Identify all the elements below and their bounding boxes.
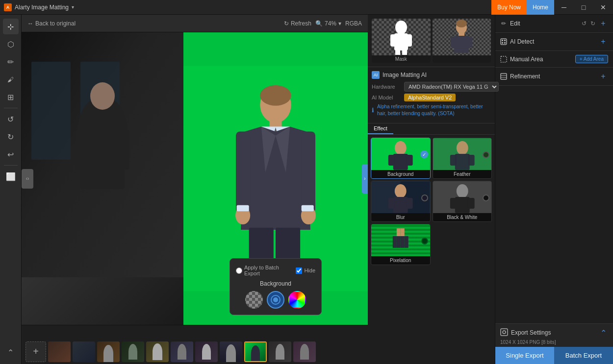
svg-rect-87 bbox=[501, 329, 508, 336]
frame-tool-button[interactable]: ⬜ bbox=[3, 169, 19, 184]
panel-scroll-indicator[interactable]: › bbox=[362, 164, 368, 194]
apply-batch-label: Apply to Batch Export bbox=[244, 265, 288, 276]
add-area-button[interactable]: + Add Area bbox=[575, 55, 608, 63]
close-button[interactable]: ✕ bbox=[593, 0, 613, 15]
minimize-button[interactable]: ─ bbox=[554, 0, 574, 15]
edit-section-header[interactable]: ✏ Edit ↺ ↻ + bbox=[495, 15, 613, 33]
filmstrip-thumb-4[interactable] bbox=[122, 341, 144, 362]
export-title: Export Settings bbox=[500, 328, 551, 338]
eraser-tool-button[interactable]: ⬡ bbox=[3, 36, 19, 52]
export-settings-icon bbox=[500, 328, 508, 338]
filmstrip-thumb-selected[interactable] bbox=[244, 341, 267, 362]
svg-point-57 bbox=[456, 184, 468, 198]
titlebar-right: Buy Now Home ─ □ ✕ bbox=[491, 0, 613, 15]
creative-bg-button[interactable] bbox=[288, 291, 306, 309]
svg-point-40 bbox=[395, 141, 407, 155]
svg-rect-76 bbox=[401, 244, 405, 248]
brush-tool-button[interactable]: 🖌 bbox=[3, 72, 19, 87]
redo-edit-button[interactable]: ↻ bbox=[589, 19, 596, 28]
collapse-export-button[interactable]: ⌃ bbox=[598, 328, 608, 338]
info-icon: ℹ bbox=[372, 107, 374, 114]
titlebar-left: A Alarty Image Matting ▾ bbox=[0, 3, 74, 11]
blur-effect-card[interactable]: Blur bbox=[371, 181, 431, 222]
bw-effect-preview bbox=[433, 181, 492, 213]
manual-area-icon bbox=[500, 56, 507, 63]
refresh-icon: ↻ bbox=[284, 20, 289, 27]
feather-effect-card[interactable]: Feather bbox=[433, 138, 492, 179]
canvas-split-slider[interactable]: ‹› bbox=[22, 169, 33, 189]
popup-icon-options bbox=[245, 291, 306, 309]
svg-rect-64 bbox=[397, 232, 401, 236]
move-tool-button[interactable]: ⊹ bbox=[3, 19, 19, 34]
home-button[interactable]: Home bbox=[527, 0, 554, 15]
export-bits: [8 bits] bbox=[541, 340, 556, 345]
filmstrip-thumb-1[interactable] bbox=[48, 341, 71, 362]
bw-effect-card[interactable]: Black & White bbox=[433, 181, 492, 222]
refinement-section-header[interactable]: Refinement + bbox=[495, 68, 613, 86]
ai-detect-icon bbox=[500, 38, 507, 45]
refresh-button[interactable]: ↻ Refresh bbox=[284, 20, 311, 27]
app-dropdown-icon[interactable]: ▾ bbox=[72, 4, 74, 10]
svg-rect-6 bbox=[76, 130, 88, 170]
apply-batch-check[interactable]: Apply to Batch Export bbox=[236, 265, 288, 276]
redo-tool-button[interactable]: ↻ bbox=[3, 129, 19, 145]
undo-edit-button[interactable]: ↺ bbox=[581, 19, 587, 28]
hardware-select[interactable]: AMD Radeon(TM) RX Vega 11 G bbox=[404, 82, 499, 92]
batch-export-button[interactable]: Batch Export bbox=[554, 347, 613, 364]
toolbar-divider bbox=[4, 108, 18, 108]
svg-point-4 bbox=[90, 82, 115, 110]
svg-rect-77 bbox=[405, 244, 409, 248]
filmstrip-thumb-5[interactable] bbox=[146, 341, 169, 362]
effect-tab[interactable]: Effect bbox=[368, 123, 393, 134]
svg-rect-69 bbox=[405, 236, 409, 240]
hide-checkbox[interactable] bbox=[296, 267, 302, 274]
add-edit-button[interactable]: + bbox=[598, 19, 608, 28]
hide-check[interactable]: Hide bbox=[296, 267, 315, 274]
effect-grid: ✓ Background bbox=[368, 135, 495, 268]
svg-point-45 bbox=[456, 141, 468, 155]
ai-detect-section-header[interactable]: AI Detect + bbox=[495, 33, 613, 51]
undo-tool-button[interactable]: ↺ bbox=[3, 111, 19, 127]
filmstrip-thumb-10[interactable] bbox=[269, 341, 291, 362]
add-ai-detect-button[interactable]: + bbox=[598, 37, 608, 47]
zoom-control[interactable]: 🔍 74% ▾ bbox=[315, 20, 341, 27]
add-refinement-button[interactable]: + bbox=[598, 72, 608, 81]
add-image-button[interactable]: + bbox=[26, 341, 46, 362]
svg-rect-66 bbox=[393, 236, 397, 240]
transparent-bg-button[interactable] bbox=[245, 291, 263, 309]
svg-rect-72 bbox=[401, 240, 405, 244]
reset-tool-button[interactable]: ↩ bbox=[3, 146, 19, 162]
filmstrip-thumb-6[interactable] bbox=[171, 341, 193, 362]
effect-column: Mask bbox=[368, 15, 495, 364]
left-toolbar: ⊹ ⬡ ✏ 🖌 ⊞ ↺ ↻ ↩ ⬜ ⌃ bbox=[0, 15, 22, 364]
svg-rect-38 bbox=[466, 37, 472, 48]
filmstrip-thumb-11[interactable] bbox=[293, 341, 316, 362]
filmstrip-thumb-8[interactable] bbox=[220, 341, 242, 362]
maximize-button[interactable]: □ bbox=[574, 0, 593, 15]
svg-rect-65 bbox=[401, 232, 405, 236]
manual-area-section-header[interactable]: Manual Area + Add Area bbox=[495, 51, 613, 68]
background-effect-card[interactable]: ✓ Background bbox=[371, 138, 431, 179]
stamp-tool-button[interactable]: ⊞ bbox=[3, 89, 19, 105]
canvas-green-area: Apply to Batch Export Hide Background bbox=[183, 32, 368, 325]
filmstrip-thumb-3[interactable] bbox=[97, 341, 120, 362]
buy-now-button[interactable]: Buy Now bbox=[491, 0, 527, 15]
model-description: Alpha refinement, better semi-transparen… bbox=[377, 103, 491, 117]
filmstrip-thumb-2[interactable] bbox=[73, 341, 95, 362]
collapse-toolbar-button[interactable]: ⌃ bbox=[3, 344, 19, 360]
svg-rect-37 bbox=[451, 37, 457, 48]
pixelation-effect-card[interactable]: Pixelation bbox=[371, 224, 431, 265]
color-bg-button[interactable] bbox=[267, 291, 284, 309]
app-title: Alarty Image Matting bbox=[15, 4, 69, 11]
svg-rect-62 bbox=[397, 228, 401, 232]
edit-label: Edit bbox=[510, 20, 520, 27]
zoom-dropdown-icon: ▾ bbox=[338, 20, 341, 27]
canvas-toolbar: ↔ Back to original ↻ Refresh 🔍 74% ▾ RGB… bbox=[22, 15, 368, 32]
pen-tool-button[interactable]: ✏ bbox=[3, 54, 19, 70]
apply-batch-radio[interactable] bbox=[236, 267, 242, 274]
single-export-button[interactable]: Single Export bbox=[495, 347, 554, 364]
back-to-original-button[interactable]: ↔ Back to original bbox=[27, 20, 76, 27]
feather-effect-preview bbox=[433, 138, 492, 170]
svg-rect-7 bbox=[117, 130, 129, 170]
filmstrip-thumb-7[interactable] bbox=[195, 341, 218, 362]
